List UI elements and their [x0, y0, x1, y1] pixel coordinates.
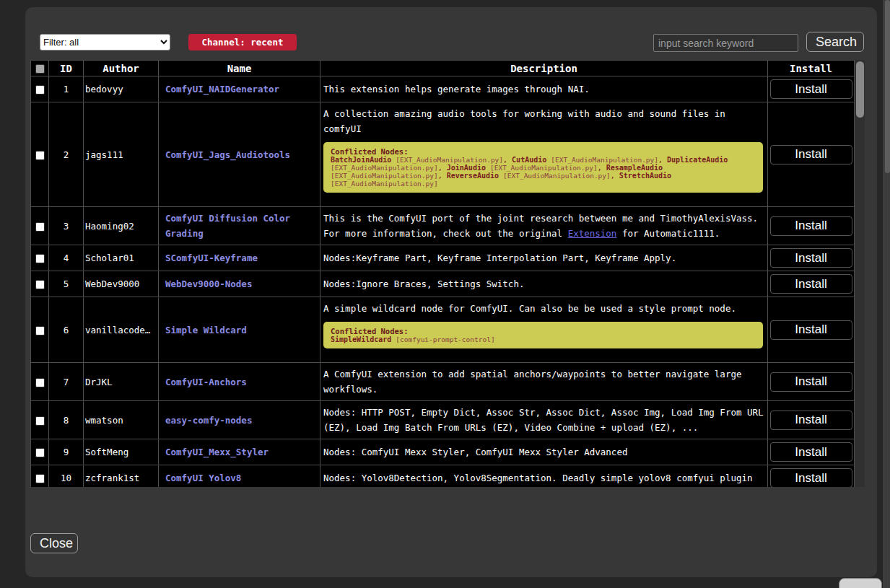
name-link[interactable]: ComfyUI_Jags_Audiotools	[165, 149, 290, 160]
name-link[interactable]: ComfyUI-Anchors	[165, 377, 247, 387]
row-checkbox[interactable]	[35, 326, 45, 335]
name-cell: ComfyUI Diffusion Color Grading	[159, 207, 320, 245]
browser-scrollbar-thumb[interactable]	[885, 0, 890, 173]
install-button[interactable]: Install	[770, 274, 852, 294]
table-row: 1bedovyyComfyUI_NAIDGeneratorThis extens…	[31, 76, 855, 102]
description-text: A simple wildcard node for ComfyUI. Can …	[323, 301, 764, 316]
row-checkbox-cell	[31, 439, 49, 465]
conflict-node-ref: [EXT_AudioManipulation.py]	[331, 180, 438, 188]
filter-select[interactable]: Filter: all	[40, 34, 170, 51]
description-text: Nodes:Ignore Braces, Settings Switch.	[323, 276, 764, 291]
id-cell: 1	[49, 76, 84, 102]
name-link[interactable]: ComfyUI_NAIDGenerator	[165, 84, 279, 95]
description-text: Nodes: Yolov8Detection, Yolov8Segmentati…	[323, 470, 764, 486]
table-row: 9SoftMengComfyUI_Mexx_StylerNodes: Comfy…	[31, 439, 855, 465]
select-all-checkbox[interactable]	[35, 64, 45, 74]
description-cell: This extension helps generate images thr…	[320, 76, 768, 102]
install-button[interactable]: Install	[770, 216, 852, 236]
conflict-node-name: BatchJoinAudio	[331, 156, 391, 164]
description-cell: A simple wildcard node for ComfyUI. Can …	[320, 297, 768, 363]
name-cell: ComfyUI_Mexx_Styler	[159, 439, 320, 465]
table-row: 8wmatsoneasy-comfy-nodesNodes: HTTP POST…	[31, 401, 855, 439]
install-button[interactable]: Install	[770, 145, 852, 164]
author-cell: vanillacode…	[84, 297, 159, 363]
description-cell: Nodes: Yolov8Detection, Yolov8Segmentati…	[320, 465, 768, 488]
table-scrollbar-thumb[interactable]	[856, 61, 864, 118]
row-checkbox[interactable]	[35, 222, 45, 232]
description-link[interactable]: Extension	[568, 228, 617, 239]
conflict-box: Conflicted Nodes:SimpleWildcard [comfyui…	[323, 322, 763, 348]
search-button[interactable]: Search	[806, 32, 864, 52]
id-cell: 6	[49, 297, 84, 363]
author-cell: zcfrank1st	[84, 465, 159, 488]
id-cell: 9	[49, 439, 84, 465]
row-checkbox[interactable]	[35, 254, 45, 263]
conflict-node-name: CutAudio	[512, 156, 546, 164]
row-checkbox[interactable]	[35, 151, 45, 160]
conflict-node-name: SimpleWildcard	[331, 335, 391, 343]
header-id: ID	[49, 61, 84, 76]
name-link[interactable]: easy-comfy-nodes	[165, 415, 252, 426]
install-cell: Install	[768, 401, 855, 439]
conflict-node-ref: [EXT_AudioManipulation.py]	[503, 172, 611, 180]
row-checkbox[interactable]	[35, 378, 45, 387]
name-cell: SComfyUI-Keyframe	[159, 245, 320, 271]
install-button[interactable]: Install	[770, 411, 852, 430]
table-row: 7DrJKLComfyUI-AnchorsA ComfyUI extension…	[31, 363, 855, 401]
install-cell: Install	[768, 271, 855, 297]
name-link[interactable]: ComfyUI_Mexx_Styler	[165, 447, 269, 457]
author-cell: Scholar01	[84, 245, 159, 271]
author-cell: DrJKL	[84, 363, 159, 401]
install-button[interactable]: Install	[770, 320, 852, 340]
install-button[interactable]: Install	[770, 468, 852, 487]
nodes-table-container: ID Author Name Description Install 1bedo…	[30, 60, 865, 487]
table-header-row: ID Author Name Description Install	[31, 61, 855, 76]
name-cell: WebDev9000-Nodes	[159, 271, 320, 297]
install-button[interactable]: Install	[770, 372, 852, 392]
description-cell: Nodes: ComfyUI Mexx Styler, ComfyUI Mexx…	[320, 439, 768, 465]
name-link[interactable]: Simple Wildcard	[165, 325, 247, 335]
id-cell: 4	[49, 245, 84, 271]
install-cell: Install	[768, 465, 855, 488]
name-link[interactable]: ComfyUI Diffusion Color Grading	[165, 213, 290, 239]
browser-scrollbar[interactable]	[884, 0, 890, 588]
description-text: This is the ComfyUI port of the joint re…	[323, 211, 764, 241]
id-cell: 5	[49, 271, 84, 297]
row-checkbox[interactable]	[35, 474, 45, 483]
install-button[interactable]: Install	[770, 79, 852, 99]
description-cell: This is the ComfyUI port of the joint re…	[320, 207, 768, 245]
conflict-node-ref: [EXT_AudioManipulation.py]	[331, 164, 438, 172]
row-checkbox-cell	[31, 207, 49, 245]
install-cell: Install	[768, 297, 855, 363]
row-checkbox[interactable]	[35, 85, 45, 95]
install-cell: Install	[768, 102, 855, 207]
row-checkbox[interactable]	[35, 448, 45, 457]
conflict-node-name: JoinAudio	[447, 164, 486, 172]
install-cell: Install	[768, 363, 855, 401]
install-button[interactable]: Install	[770, 248, 852, 268]
nodes-table: ID Author Name Description Install 1bedo…	[30, 60, 854, 487]
row-checkbox-cell	[31, 401, 49, 439]
row-checkbox-cell	[31, 465, 49, 488]
install-button[interactable]: Install	[770, 442, 852, 462]
install-cell: Install	[768, 76, 855, 102]
row-checkbox[interactable]	[35, 280, 45, 289]
row-checkbox[interactable]	[35, 416, 45, 426]
table-scrollbar[interactable]	[854, 60, 865, 487]
description-cell: Nodes:Ignore Braces, Settings Switch.	[320, 271, 768, 297]
header-name: Name	[159, 61, 320, 76]
name-cell: ComfyUI_Jags_Audiotools	[159, 102, 320, 207]
conflict-items: BatchJoinAudio [EXT_AudioManipulation.py…	[331, 156, 756, 188]
conflict-node-ref: [EXT_AudioManipulation.py]	[551, 156, 658, 164]
header-checkbox-cell	[31, 61, 49, 76]
name-link[interactable]: WebDev9000-Nodes	[165, 278, 252, 289]
header-author: Author	[84, 61, 159, 76]
name-link[interactable]: ComfyUI Yolov8	[165, 473, 241, 483]
name-link[interactable]: SComfyUI-Keyframe	[165, 253, 258, 263]
close-button[interactable]: Close	[30, 533, 78, 553]
conflict-node-name: StretchAudio	[619, 172, 671, 180]
search-input[interactable]	[653, 34, 798, 52]
table-row: 6vanillacode…Simple WildcardA simple wil…	[31, 297, 855, 363]
table-row: 3Haoming02ComfyUI Diffusion Color Gradin…	[31, 207, 855, 245]
description-text: A ComfyUI extension to add spatial ancho…	[323, 367, 764, 397]
